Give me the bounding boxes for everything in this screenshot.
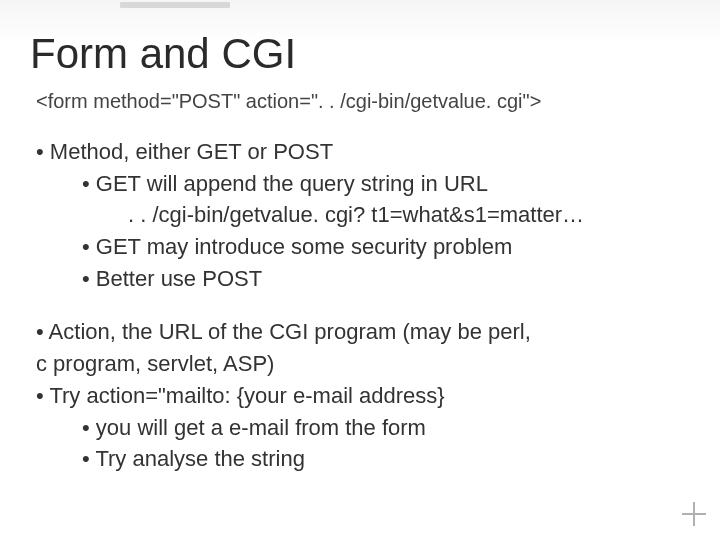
bullet-use-post: Better use POST	[82, 264, 690, 294]
bullet-get-url-example: . . /cgi-bin/getvalue. cgi? t1=what&s1=m…	[128, 200, 690, 230]
bullet-action: Action, the URL of the CGI program (may …	[36, 317, 690, 347]
bullet-block-2: Action, the URL of the CGI program (may …	[30, 317, 690, 473]
bullet-get-append: GET will append the query string in URL	[82, 169, 690, 199]
bullet-action-cont: c program, servlet, ASP)	[36, 349, 690, 379]
code-example: <form method="POST" action=". . /cgi-bin…	[36, 90, 690, 113]
bullet-analyse: Try analyse the string	[82, 444, 690, 474]
bullet-email-result: you will get a e-mail from the form	[82, 413, 690, 443]
slide-content: Form and CGI <form method="POST" action=…	[0, 0, 720, 540]
bullet-get-security: GET may introduce some security problem	[82, 232, 690, 262]
slide-title: Form and CGI	[30, 30, 690, 78]
bullet-block-1: Method, either GET or POST GET will appe…	[30, 137, 690, 293]
corner-decoration	[682, 502, 706, 526]
decorative-bar	[120, 2, 230, 8]
spacer	[30, 295, 690, 317]
bullet-try-mailto: Try action="mailto: {your e-mail address…	[36, 381, 690, 411]
bullet-method: Method, either GET or POST	[36, 137, 690, 167]
